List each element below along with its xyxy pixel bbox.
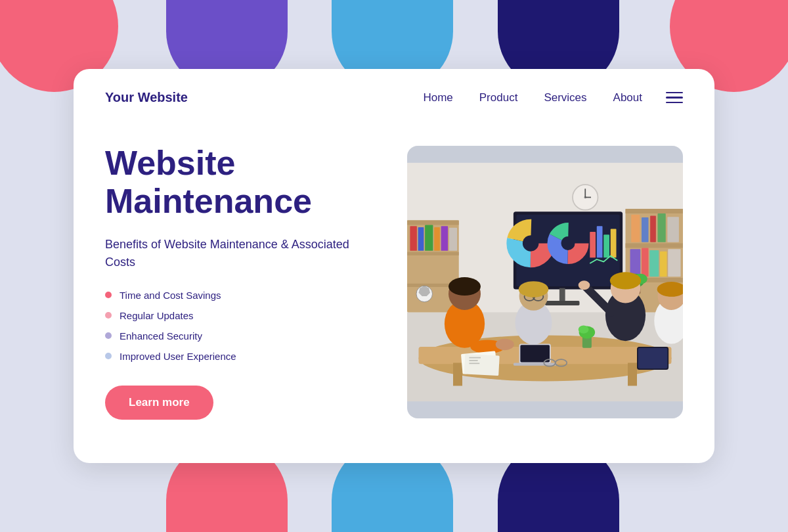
hamburger-line-3 <box>666 102 683 104</box>
svg-rect-44 <box>597 226 603 257</box>
hamburger-menu[interactable] <box>666 92 683 104</box>
svg-rect-45 <box>603 234 609 257</box>
svg-rect-31 <box>434 227 440 251</box>
svg-rect-30 <box>425 225 433 250</box>
svg-rect-10 <box>631 215 640 242</box>
svg-point-57 <box>496 339 514 351</box>
left-section: Website Maintenance Benefits of Website … <box>105 144 381 419</box>
bullet-4 <box>105 353 112 359</box>
feature-item-4: Improved User Experience <box>105 351 381 362</box>
svg-point-63 <box>519 281 549 298</box>
nav-item-product[interactable]: Product <box>479 91 518 104</box>
meeting-image <box>407 146 683 418</box>
svg-point-71 <box>579 280 590 290</box>
svg-rect-16 <box>642 248 649 277</box>
nav-link-product[interactable]: Product <box>479 91 518 104</box>
nav-link-services[interactable]: Services <box>544 91 586 104</box>
navbar: Your Website Home Product Services About <box>74 69 714 121</box>
hamburger-line-2 <box>666 97 683 99</box>
svg-rect-13 <box>658 213 666 242</box>
svg-point-55 <box>449 277 481 296</box>
svg-rect-12 <box>650 215 656 242</box>
svg-rect-76 <box>638 348 668 369</box>
svg-rect-87 <box>470 363 480 364</box>
svg-rect-32 <box>441 226 449 251</box>
svg-rect-46 <box>611 229 617 258</box>
svg-rect-25 <box>407 220 459 225</box>
feature-item-1: Time and Cost Savings <box>105 290 381 301</box>
svg-point-79 <box>579 326 589 334</box>
hamburger-line-1 <box>666 92 683 94</box>
main-card: Your Website Home Product Services About… <box>74 69 714 463</box>
nav-link-about[interactable]: About <box>613 91 642 104</box>
svg-rect-43 <box>590 232 596 257</box>
svg-point-69 <box>610 272 641 289</box>
svg-rect-26 <box>407 252 459 255</box>
features-list: Time and Cost Savings Regular Updates En… <box>105 290 381 362</box>
svg-rect-86 <box>470 360 478 361</box>
feature-item-3: Enhanced Security <box>105 330 381 342</box>
nav-links: Home Product Services About <box>423 91 642 104</box>
svg-rect-19 <box>668 249 680 277</box>
nav-item-services[interactable]: Services <box>544 91 586 104</box>
svg-rect-47 <box>559 288 565 303</box>
hero-title: Website Maintenance <box>105 144 381 219</box>
svg-rect-51 <box>453 363 462 386</box>
svg-rect-7 <box>626 209 684 213</box>
feature-label-3: Enhanced Security <box>120 330 202 342</box>
main-content: Website Maintenance Benefits of Website … <box>74 121 714 463</box>
svg-rect-17 <box>649 250 659 277</box>
nav-link-home[interactable]: Home <box>423 91 452 104</box>
svg-rect-52 <box>628 363 637 386</box>
learn-more-button[interactable]: Learn more <box>105 386 213 420</box>
svg-rect-11 <box>642 217 649 242</box>
hero-subtitle: Benefits of Website Maintenance & Associ… <box>105 236 381 271</box>
nav-item-home[interactable]: Home <box>423 91 452 104</box>
svg-rect-66 <box>514 363 557 365</box>
feature-label-4: Improved User Experience <box>120 351 236 362</box>
svg-rect-29 <box>418 227 424 251</box>
svg-rect-15 <box>630 249 641 277</box>
svg-rect-18 <box>660 252 667 277</box>
nav-item-about[interactable]: About <box>613 91 642 104</box>
svg-rect-33 <box>449 228 457 251</box>
meeting-illustration <box>407 146 683 418</box>
svg-rect-65 <box>520 345 550 362</box>
svg-rect-48 <box>545 301 580 305</box>
svg-rect-85 <box>470 357 481 359</box>
feature-label-1: Time and Cost Savings <box>120 290 221 301</box>
svg-rect-28 <box>410 226 417 251</box>
svg-rect-14 <box>667 217 679 242</box>
bullet-1 <box>105 292 112 298</box>
feature-item-2: Regular Updates <box>105 310 381 321</box>
brand-logo: Your Website <box>105 90 423 105</box>
feature-label-2: Regular Updates <box>120 310 194 321</box>
bullet-2 <box>105 312 112 319</box>
bullet-3 <box>105 332 112 339</box>
svg-rect-8 <box>626 243 684 248</box>
right-section <box>407 146 683 418</box>
